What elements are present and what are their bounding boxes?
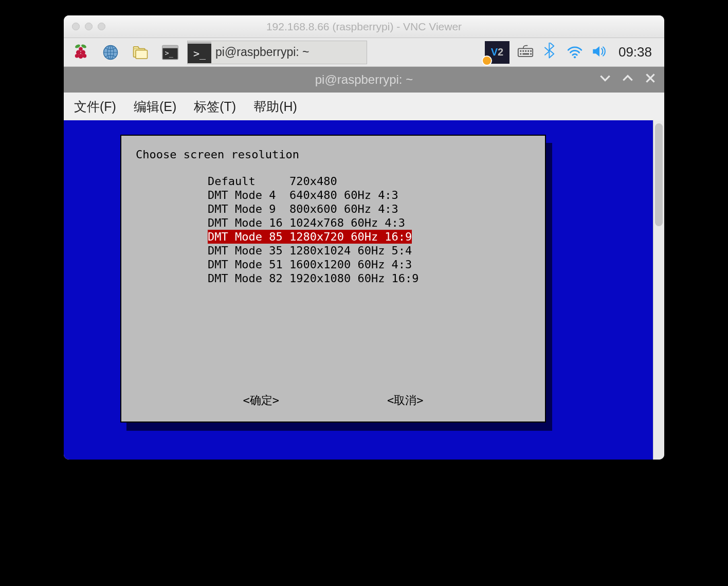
volume-icon[interactable] <box>591 43 608 62</box>
resolution-option[interactable]: DMT Mode 51 1600x1200 60Hz 4:3 <box>208 258 531 271</box>
svg-rect-19 <box>527 50 529 51</box>
menu-edit[interactable]: 编辑(E) <box>134 98 176 115</box>
resolution-option[interactable]: DMT Mode 16 1024x768 60Hz 4:3 <box>208 216 531 230</box>
svg-rect-20 <box>530 50 532 51</box>
svg-rect-21 <box>520 53 521 54</box>
scrollbar-track[interactable] <box>653 120 664 460</box>
minimize-icon[interactable] <box>85 23 93 30</box>
taskbar-app-label: pi@raspberrypi: ~ <box>215 45 310 59</box>
cancel-button[interactable]: <取消> <box>387 393 424 408</box>
resolution-option[interactable]: DMT Mode 4 640x480 60Hz 4:3 <box>208 188 531 202</box>
traffic-lights <box>72 23 105 30</box>
svg-point-4 <box>83 54 87 58</box>
svg-text:>_: >_ <box>165 49 174 58</box>
maximize-button[interactable] <box>621 71 634 88</box>
svg-rect-13 <box>162 45 178 48</box>
taskbar-app-button[interactable]: >_ pi@raspberrypi: ~ <box>187 41 367 64</box>
terminal-area[interactable]: Choose screen resolution Default 720x480… <box>64 120 653 460</box>
terminal-menubar: 文件(F) 编辑(E) 标签(T) 帮助(H) <box>64 93 664 120</box>
svg-point-24 <box>574 56 576 58</box>
raspberry-menu-icon[interactable] <box>68 41 94 64</box>
keyboard-icon[interactable] <box>517 43 534 62</box>
resolution-dialog: Choose screen resolution Default 720x480… <box>120 135 546 423</box>
close-icon[interactable] <box>72 23 80 30</box>
taskbar: >_ >_ pi@raspberrypi: ~ V2 09:3 <box>64 38 664 67</box>
resolution-option[interactable]: DMT Mode 82 1920x1080 60Hz 16:9 <box>208 271 531 285</box>
svg-rect-16 <box>520 50 521 51</box>
vnc-window: 192.168.8.66 (raspberrypi) - VNC Viewer … <box>64 15 664 460</box>
system-tray: V2 09:38 <box>485 41 660 64</box>
svg-rect-18 <box>525 50 526 51</box>
bluetooth-icon[interactable] <box>541 43 559 62</box>
resolution-option-list: Default 720x480 DMT Mode 4 640x480 60Hz … <box>208 174 531 285</box>
svg-point-2 <box>79 54 83 59</box>
scrollbar-thumb[interactable] <box>655 123 663 226</box>
resolution-option[interactable]: Default 720x480 <box>208 174 531 188</box>
terminal-window-titlebar: pi@raspberrypi: ~ <box>64 67 664 93</box>
window-title: 192.168.8.66 (raspberrypi) - VNC Viewer <box>64 21 664 33</box>
svg-point-5 <box>79 47 83 51</box>
terminal-mini-icon: >_ <box>188 42 211 63</box>
terminal-window-title: pi@raspberrypi: ~ <box>315 72 413 87</box>
svg-rect-11 <box>136 50 148 59</box>
clock-label[interactable]: 09:38 <box>615 44 655 60</box>
resolution-option[interactable]: DMT Mode 9 800x600 60Hz 4:3 <box>208 202 531 216</box>
wifi-icon[interactable] <box>566 43 584 62</box>
web-browser-icon[interactable] <box>98 41 123 64</box>
zoom-icon[interactable] <box>98 23 105 30</box>
terminal-icon[interactable]: >_ <box>157 41 183 64</box>
menu-tabs[interactable]: 标签(T) <box>194 98 236 115</box>
ok-button[interactable]: <确定> <box>243 393 280 408</box>
close-button[interactable] <box>644 71 657 88</box>
dialog-title: Choose screen resolution <box>136 148 299 161</box>
svg-rect-15 <box>518 48 533 57</box>
vnc-tray-icon[interactable]: V2 <box>485 41 509 64</box>
resolution-option[interactable]: DMT Mode 35 1280x1024 60Hz 5:4 <box>208 244 531 258</box>
svg-point-3 <box>75 54 79 58</box>
svg-rect-23 <box>530 53 532 54</box>
warning-badge-icon <box>482 56 492 66</box>
svg-rect-17 <box>522 50 524 51</box>
svg-rect-22 <box>522 53 529 54</box>
menu-help[interactable]: 帮助(H) <box>253 98 297 115</box>
mac-titlebar: 192.168.8.66 (raspberrypi) - VNC Viewer <box>64 15 664 38</box>
minimize-button[interactable] <box>598 71 612 88</box>
file-manager-icon[interactable] <box>128 41 153 64</box>
menu-file[interactable]: 文件(F) <box>74 98 116 115</box>
resolution-option-selected[interactable]: DMT Mode 85 1280x720 60Hz 16:9 <box>208 230 412 244</box>
